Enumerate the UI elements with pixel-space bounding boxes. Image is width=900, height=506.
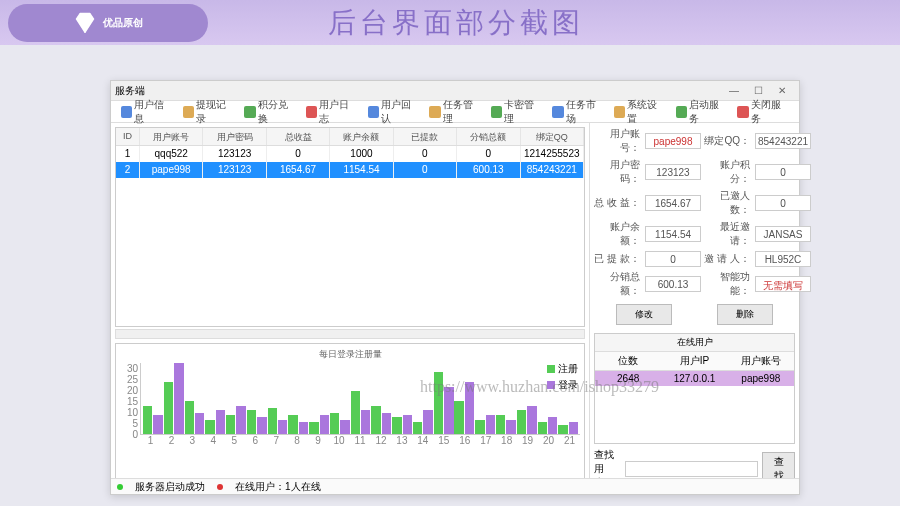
toolbar-icon — [737, 106, 748, 118]
chart-bar — [278, 420, 287, 434]
form-label: 用户密码： — [594, 158, 642, 186]
form-value[interactable]: pape998 — [645, 133, 701, 149]
banner-title: 后台界面部分截图 — [328, 4, 584, 42]
column-header[interactable]: 分销总额 — [457, 128, 520, 145]
diamond-icon — [73, 11, 97, 35]
online-header: 位数 — [595, 352, 661, 370]
edit-button[interactable]: 修改 — [616, 304, 672, 325]
chart-bar — [569, 422, 578, 434]
form-value[interactable]: 0 — [645, 251, 701, 267]
form-value[interactable]: 123123 — [645, 164, 701, 180]
chart-bar — [454, 401, 463, 434]
column-header[interactable]: 绑定QQ — [521, 128, 584, 145]
form-label: 已邀人数： — [704, 189, 752, 217]
toolbar-icon — [429, 106, 440, 118]
form-value[interactable]: JANSAS — [755, 226, 811, 242]
column-header[interactable]: 用户密码 — [203, 128, 266, 145]
form-value[interactable]: 854243221 — [755, 133, 811, 149]
form-value[interactable]: 600.13 — [645, 276, 701, 292]
online-dot-icon — [217, 484, 223, 490]
daily-chart: 每日登录注册量 302520151050 1234567891011121314… — [115, 343, 585, 490]
chart-bar — [496, 415, 505, 434]
chart-bar — [413, 422, 422, 434]
form-value[interactable]: 0 — [755, 195, 811, 211]
toolbar: 用户信息提现记录积分兑换用户日志用户回认任务管理卡密管理任务市场系统设置 启动服… — [111, 101, 799, 123]
chart-bar — [205, 420, 214, 434]
chart-bar — [143, 406, 152, 434]
table-row[interactable]: 2pape9981231231654.671154.540600.1385424… — [116, 162, 584, 178]
chart-bar — [185, 401, 194, 434]
app-window: 服务端 — ☐ ✕ 用户信息提现记录积分兑换用户日志用户回认任务管理卡密管理任务… — [110, 80, 800, 495]
table-row[interactable]: 1qqq52212312301000001214255523 — [116, 146, 584, 162]
chart-bar — [475, 420, 484, 434]
chart-bar — [351, 391, 360, 434]
form-value[interactable]: HL952C — [755, 251, 811, 267]
chart-bar — [247, 410, 256, 434]
column-header[interactable]: 总收益 — [267, 128, 330, 145]
online-row[interactable]: 2648 127.0.0.1 pape998 — [595, 371, 794, 386]
form-label: 账户余额： — [594, 220, 642, 248]
toolbar-icon — [306, 106, 317, 118]
form-label: 绑定QQ： — [704, 134, 752, 148]
chart-bar — [444, 387, 453, 434]
form-value[interactable]: 1654.67 — [645, 195, 701, 211]
search-input[interactable] — [625, 461, 758, 477]
form-value[interactable]: 0 — [755, 164, 811, 180]
chart-bar — [153, 415, 162, 434]
toolbar-icon — [614, 106, 625, 118]
online-header: 用户IP — [661, 352, 727, 370]
chart-bar — [299, 422, 308, 434]
chart-bar — [527, 406, 536, 434]
statusbar: 服务器启动成功 在线用户：1人在线 — [111, 478, 799, 494]
column-header[interactable]: 账户余额 — [330, 128, 393, 145]
toolbar-icon — [183, 106, 194, 118]
horizontal-scrollbar[interactable] — [115, 329, 585, 339]
chart-bar — [174, 363, 183, 434]
form-label: 总 收 益： — [594, 196, 642, 210]
chart-bar — [257, 417, 266, 434]
user-table: ID用户账号用户密码总收益账户余额已提款分销总额绑定QQ 1qqq5221231… — [115, 127, 585, 327]
delete-button[interactable]: 删除 — [717, 304, 773, 325]
form-value[interactable]: 1154.54 — [645, 226, 701, 242]
chart-title: 每日登录注册量 — [120, 348, 580, 361]
online-title: 在线用户 — [595, 334, 794, 352]
column-header[interactable]: 用户账号 — [140, 128, 203, 145]
form-label: 邀 请 人： — [704, 252, 752, 266]
legend-item: 注册 — [547, 362, 578, 376]
status-online: 在线用户：1人在线 — [235, 480, 321, 494]
chart-bar — [216, 410, 225, 434]
chart-bar — [538, 422, 547, 434]
toolbar-icon — [676, 106, 687, 118]
chart-bar — [382, 413, 391, 434]
column-header[interactable]: 已提款 — [394, 128, 457, 145]
chart-bar — [164, 382, 173, 434]
chart-bar — [371, 406, 380, 434]
online-users: 在线用户 位数用户IP用户账号 2648 127.0.0.1 pape998 — [594, 333, 795, 444]
status-server: 服务器启动成功 — [135, 480, 205, 494]
form-label: 已 提 款： — [594, 252, 642, 266]
chart-bar — [226, 415, 235, 434]
column-header[interactable]: ID — [116, 128, 140, 145]
chart-bar — [361, 410, 370, 434]
chart-bar — [548, 417, 557, 434]
toolbar-icon — [368, 106, 379, 118]
form-label: 分销总额： — [594, 270, 642, 298]
form-label: 最近邀请： — [704, 220, 752, 248]
toolbar-icon — [552, 106, 563, 118]
chart-bar — [517, 410, 526, 434]
banner: 优品原创 后台界面部分截图 — [0, 0, 900, 45]
form-value[interactable]: 无需填写 — [755, 276, 811, 292]
logo: 优品原创 — [8, 4, 208, 42]
chart-bar — [434, 372, 443, 434]
toolbar-icon — [491, 106, 502, 118]
chart-bar — [236, 406, 245, 434]
chart-bar — [558, 425, 567, 434]
toolbar-icon — [121, 106, 132, 118]
chart-bar — [195, 413, 204, 434]
chart-bar — [330, 413, 339, 434]
chart-bar — [423, 410, 432, 434]
legend-item: 登录 — [547, 378, 578, 392]
online-header: 用户账号 — [728, 352, 794, 370]
chart-bar — [309, 422, 318, 434]
toolbar-icon — [244, 106, 255, 118]
